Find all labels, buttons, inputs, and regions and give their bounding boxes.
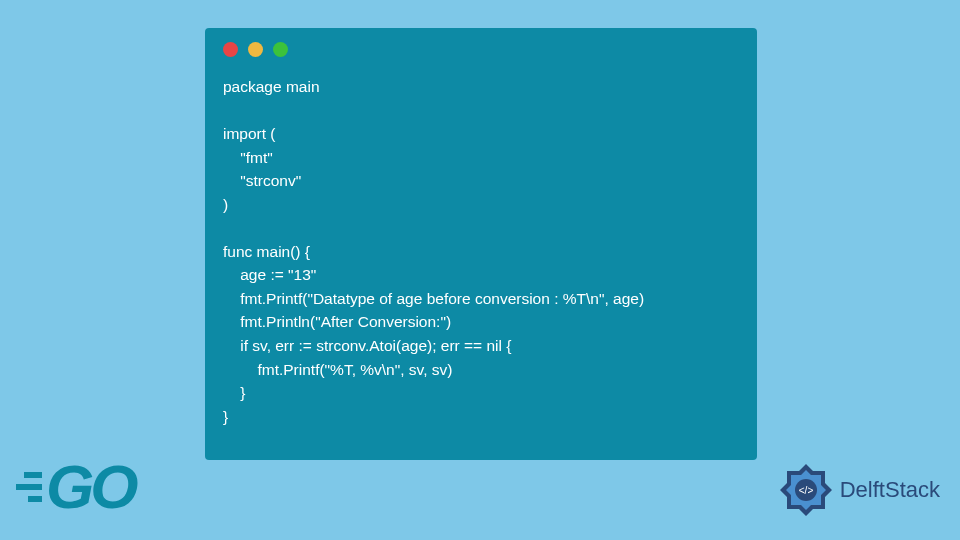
delftstack-badge-icon: </> <box>778 462 834 518</box>
delftstack-text: DelftStack <box>840 477 940 503</box>
go-speed-lines-icon <box>10 472 42 502</box>
code-line: fmt.Printf("Datatype of age before conve… <box>223 290 644 307</box>
delftstack-logo: </> DelftStack <box>778 462 940 518</box>
code-window: package main import ( "fmt" "strconv" ) … <box>205 28 757 460</box>
code-line: package main <box>223 78 320 95</box>
code-line: func main() { <box>223 243 310 260</box>
code-line: "fmt" <box>223 149 273 166</box>
go-logo-text: GO <box>46 451 134 522</box>
code-line: age := "13" <box>223 266 316 283</box>
window-controls <box>223 42 739 57</box>
code-line: fmt.Printf("%T, %v\n", sv, sv) <box>223 361 452 378</box>
code-line: ) <box>223 196 228 213</box>
code-line: if sv, err := strconv.Atoi(age); err == … <box>223 337 511 354</box>
code-line: } <box>223 408 228 425</box>
code-line: "strconv" <box>223 172 301 189</box>
code-line: import ( <box>223 125 276 142</box>
code-block: package main import ( "fmt" "strconv" ) … <box>223 75 739 428</box>
close-icon <box>223 42 238 57</box>
go-logo: GO <box>10 451 134 522</box>
svg-text:</>: </> <box>799 485 814 496</box>
minimize-icon <box>248 42 263 57</box>
code-line: } <box>223 384 245 401</box>
maximize-icon <box>273 42 288 57</box>
code-line: fmt.Println("After Conversion:") <box>223 313 451 330</box>
